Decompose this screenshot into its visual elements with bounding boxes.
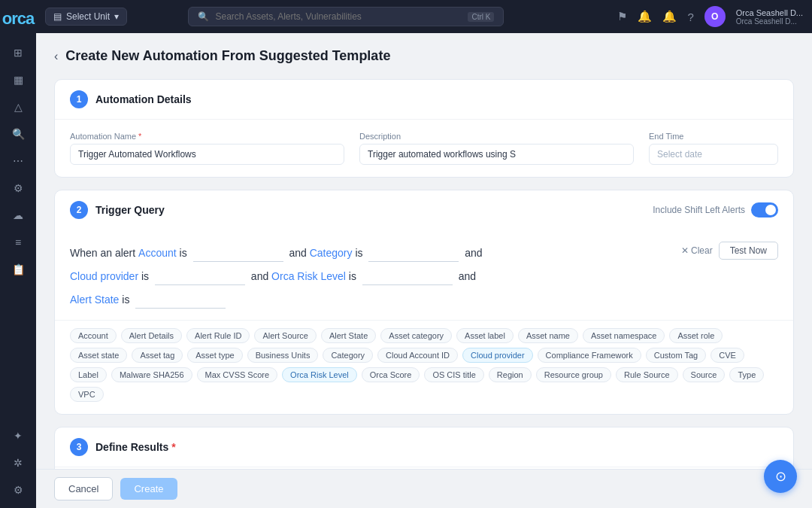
query-account-link[interactable]: Account bbox=[138, 247, 177, 259]
search-bar: 🔍 Ctrl K bbox=[188, 7, 504, 26]
notification-icon[interactable]: 🔔 bbox=[662, 10, 677, 23]
filter-tag[interactable]: Orca Score bbox=[362, 367, 420, 382]
trigger-query-title: Trigger Query bbox=[95, 204, 165, 216]
search-shortcut: Ctrl K bbox=[468, 12, 494, 22]
filter-tag[interactable]: Max CVSS Score bbox=[197, 367, 278, 382]
user-info: Orca Seashell D... Orca Seashell D... bbox=[736, 8, 803, 26]
help-icon[interactable]: ? bbox=[687, 11, 693, 23]
description-input[interactable] bbox=[359, 144, 634, 165]
filter-tag[interactable]: Account bbox=[70, 328, 117, 343]
sidebar-item-grid[interactable]: ▦ bbox=[6, 68, 30, 92]
sidebar-item-dashboard[interactable]: ⊞ bbox=[6, 41, 30, 65]
filter-tag[interactable]: Rule Source bbox=[616, 367, 678, 382]
filter-tag[interactable]: Malware SHA256 bbox=[111, 367, 192, 382]
filter-tag[interactable]: Asset tag bbox=[132, 348, 183, 363]
include-shift-label: Include Shift Left Alerts bbox=[653, 205, 745, 215]
filter-tag[interactable]: Cloud Account ID bbox=[377, 348, 458, 363]
filter-tag[interactable]: Label bbox=[70, 367, 107, 382]
bell-icon[interactable]: 🔔 bbox=[638, 10, 652, 23]
end-time-input[interactable] bbox=[649, 144, 778, 165]
query-category-value[interactable] bbox=[368, 245, 459, 262]
query-is-4: is bbox=[349, 270, 359, 282]
unit-selector[interactable]: ▤ Select Unit ▾ bbox=[45, 8, 127, 26]
user-sub: Orca Seashell D... bbox=[736, 17, 803, 26]
automation-name-label: Automation Name * bbox=[70, 132, 344, 141]
filter-tag[interactable]: Asset state bbox=[70, 348, 127, 363]
query-cloud-provider-link[interactable]: Cloud provider bbox=[70, 270, 138, 282]
query-is-1: is bbox=[180, 247, 190, 259]
query-actions: ✕ Clear Test Now bbox=[681, 242, 778, 260]
filter-tag[interactable]: Alert State bbox=[321, 328, 376, 343]
filter-tag[interactable]: VPC bbox=[70, 387, 104, 402]
sidebar-item-plugin[interactable]: ✲ bbox=[6, 451, 30, 475]
query-orca-risk-value[interactable] bbox=[362, 269, 453, 285]
navbar: ▤ Select Unit ▾ 🔍 Ctrl K ⚑ 🔔 🔔 ? O Orca … bbox=[36, 0, 812, 33]
filter-tag[interactable]: Asset type bbox=[187, 348, 242, 363]
filter-tag[interactable]: Compliance Framework bbox=[538, 348, 641, 363]
sidebar-item-cloud[interactable]: ☁ bbox=[6, 203, 30, 227]
filter-tag[interactable]: Asset namespace bbox=[583, 328, 665, 343]
filter-tag[interactable]: Asset role bbox=[669, 328, 723, 343]
step-2-badge: 2 bbox=[70, 201, 88, 219]
sidebar-item-search[interactable]: 🔍 bbox=[6, 122, 30, 146]
back-button[interactable]: ‹ bbox=[54, 50, 58, 62]
search-icon: 🔍 bbox=[198, 11, 209, 22]
step-3-badge: 3 bbox=[70, 438, 88, 456]
filter-tag[interactable]: Custom Tag bbox=[646, 348, 707, 363]
query-orca-risk-link[interactable]: Orca Risk Level bbox=[271, 270, 346, 282]
unit-icon: ▤ bbox=[53, 11, 62, 22]
query-and-4: and bbox=[459, 270, 476, 282]
include-shift-area: Include Shift Left Alerts bbox=[653, 202, 778, 217]
page-footer: Cancel Create bbox=[36, 469, 812, 508]
filter-tag[interactable]: Alert Details bbox=[121, 328, 182, 343]
create-button[interactable]: Create bbox=[120, 478, 177, 500]
query-category-link[interactable]: Category bbox=[310, 247, 353, 259]
filter-tag[interactable]: Cloud provider bbox=[462, 348, 533, 363]
trigger-query-section: 2 Trigger Query Include Shift Left Alert… bbox=[54, 190, 794, 415]
sidebar-item-connect[interactable]: ✦ bbox=[6, 424, 30, 448]
sidebar-item-list[interactable]: ≡ bbox=[6, 230, 30, 254]
unit-selector-label: Select Unit bbox=[66, 11, 110, 22]
filter-tag[interactable]: Alert Rule ID bbox=[186, 328, 250, 343]
sidebar-item-gear[interactable]: ⚙ bbox=[6, 478, 30, 502]
sidebar: orca ⊞ ▦ △ 🔍 ⋯ ⚙ ☁ ≡ 📋 ✦ ✲ ⚙ bbox=[0, 0, 36, 508]
sidebar-item-workflow[interactable]: ⋯ bbox=[6, 149, 30, 173]
flag-icon[interactable]: ⚑ bbox=[617, 10, 627, 23]
automation-details-form: Automation Name * Description End Time bbox=[55, 120, 793, 177]
filter-tag[interactable]: Asset category bbox=[380, 328, 452, 343]
filter-tag[interactable]: CVE bbox=[710, 348, 744, 363]
query-is-5: is bbox=[122, 294, 132, 306]
query-alert-state-value[interactable] bbox=[135, 292, 226, 309]
define-results-header: 3 Define Results * bbox=[55, 427, 793, 467]
automation-name-input[interactable] bbox=[70, 144, 344, 165]
description-label: Description bbox=[359, 132, 634, 141]
filter-tag[interactable]: Orca Risk Level bbox=[282, 367, 357, 382]
fab-button[interactable]: ⊙ bbox=[764, 460, 797, 493]
automation-name-group: Automation Name * bbox=[70, 132, 344, 165]
query-alert-state-link[interactable]: Alert State bbox=[70, 294, 119, 306]
nav-icons: ⚑ 🔔 🔔 ? O Orca Seashell D... Orca Seashe… bbox=[617, 6, 803, 27]
filter-tag[interactable]: Source bbox=[683, 367, 726, 382]
query-account-value[interactable] bbox=[193, 245, 283, 262]
test-now-button[interactable]: Test Now bbox=[719, 242, 778, 260]
include-shift-toggle[interactable] bbox=[751, 202, 778, 217]
avatar[interactable]: O bbox=[704, 6, 726, 27]
filter-tag[interactable]: Category bbox=[323, 348, 373, 363]
search-input[interactable] bbox=[215, 11, 462, 22]
filter-tag[interactable]: Alert Source bbox=[254, 328, 317, 343]
filter-tag[interactable]: OS CIS title bbox=[424, 367, 483, 382]
filter-tag[interactable]: Business Units bbox=[247, 348, 319, 363]
sidebar-item-alerts[interactable]: △ bbox=[6, 95, 30, 119]
cancel-button[interactable]: Cancel bbox=[54, 477, 113, 500]
filter-tag[interactable]: Resource group bbox=[536, 367, 611, 382]
sidebar-item-settings[interactable]: ⚙ bbox=[6, 176, 30, 200]
clear-button[interactable]: ✕ Clear bbox=[681, 245, 713, 256]
query-and-2: and bbox=[465, 247, 482, 259]
end-time-group: End Time bbox=[649, 132, 778, 165]
filter-tag[interactable]: Type bbox=[729, 367, 764, 382]
filter-tag[interactable]: Asset name bbox=[518, 328, 578, 343]
sidebar-item-report[interactable]: 📋 bbox=[6, 257, 30, 281]
filter-tag[interactable]: Region bbox=[489, 367, 532, 382]
query-cloud-provider-value[interactable] bbox=[155, 269, 245, 285]
filter-tag[interactable]: Asset label bbox=[456, 328, 514, 343]
